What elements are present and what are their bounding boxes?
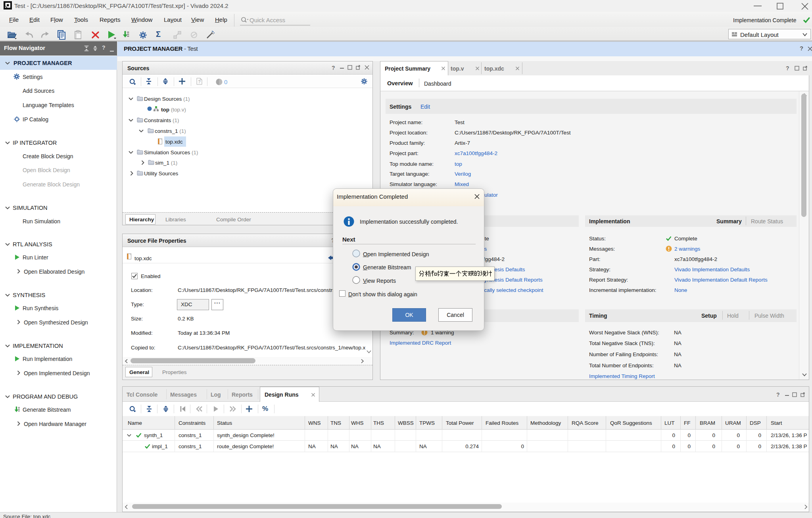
svg-text:?: ? bbox=[198, 80, 201, 84]
